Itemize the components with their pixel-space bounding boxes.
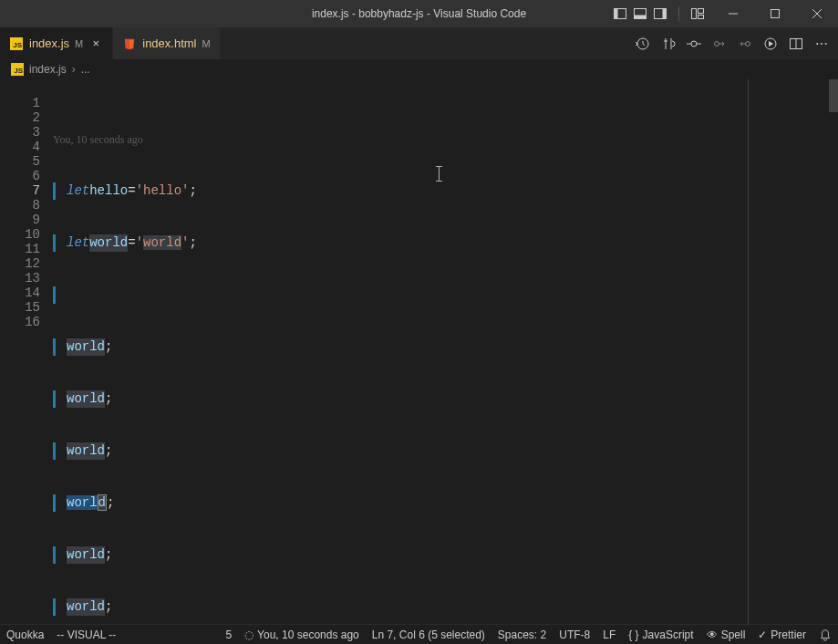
editor-ruler (748, 79, 749, 624)
svg-rect-8 (698, 16, 704, 19)
js-file-icon: JS (11, 63, 24, 76)
person-icon: ◌ (244, 628, 253, 641)
svg-rect-3 (635, 16, 647, 19)
separator (678, 6, 679, 21)
panel-bottom-icon[interactable] (633, 6, 647, 21)
breadcrumb[interactable]: JS index.js › ... (0, 59, 838, 79)
modified-indicator: M (202, 38, 211, 49)
modified-indicator: M (75, 38, 83, 49)
tab-label: index.html (142, 36, 196, 50)
svg-point-14 (691, 41, 697, 47)
editor-area: 123456 7 8910111213141516 You, 10 second… (0, 79, 838, 624)
commit-prev-icon[interactable] (736, 36, 754, 51)
chevron-right-icon: › (72, 63, 76, 76)
status-language[interactable]: { }JavaScript (622, 625, 699, 644)
svg-point-19 (746, 41, 750, 46)
text-cursor-icon (439, 166, 440, 182)
svg-rect-6 (692, 9, 697, 19)
title-bar: index.js - bobbyhadz-js - Visual Studio … (0, 0, 838, 27)
breadcrumb-file: index.js (29, 63, 67, 76)
svg-rect-7 (698, 9, 704, 14)
tab-index-js[interactable]: JS index.js M × (0, 27, 113, 59)
status-prettier[interactable]: ✓Prettier (751, 625, 812, 644)
line-number-gutter: 123456 7 8910111213141516 (0, 79, 49, 624)
status-eol[interactable]: LF (596, 625, 622, 644)
tab-label: index.js (29, 36, 69, 50)
git-blame-annotation: You, 10 seconds ago (53, 131, 827, 148)
editor[interactable]: 123456 7 8910111213141516 You, 10 second… (0, 79, 827, 624)
js-file-icon: JS (9, 36, 24, 51)
tab-index-html[interactable]: index.html M (113, 27, 220, 59)
commit-next-icon[interactable] (710, 36, 729, 51)
split-editor-icon[interactable] (787, 36, 805, 51)
maximize-button[interactable] (754, 0, 796, 27)
window-title: index.js - bobbyhadz-js - Visual Studio … (312, 7, 526, 20)
braces-icon: { } (628, 628, 638, 641)
check-icon: ✓ (758, 628, 767, 641)
breadcrumb-more: ... (81, 63, 90, 76)
minimize-button[interactable] (712, 0, 754, 27)
more-actions-icon[interactable]: ⋯ (812, 36, 831, 51)
html-file-icon (122, 36, 137, 51)
minimap[interactable] (827, 79, 838, 624)
status-bar: Quokka -- VISUAL -- 5 ◌You, 10 seconds a… (0, 624, 838, 644)
close-button[interactable] (796, 0, 838, 27)
status-git-blame[interactable]: ◌You, 10 seconds ago (238, 625, 366, 644)
eye-icon: 👁 (707, 628, 718, 641)
tab-bar: JS index.js M × index.html M ⋯ (0, 27, 838, 59)
status-indentation[interactable]: Spaces: 2 (491, 625, 553, 644)
status-notifications[interactable] (812, 625, 838, 644)
panel-left-icon[interactable] (613, 6, 627, 21)
debug-icon[interactable] (761, 36, 780, 51)
status-cursor-position[interactable]: Ln 7, Col 6 (5 selected) (366, 625, 491, 644)
svg-rect-5 (663, 9, 667, 19)
commit-icon[interactable] (685, 36, 703, 51)
customize-layout-icon[interactable] (690, 6, 705, 21)
status-vim-mode[interactable]: -- VISUAL -- (50, 625, 122, 644)
svg-rect-10 (771, 10, 780, 18)
panel-right-icon[interactable] (653, 6, 667, 21)
status-spell[interactable]: 👁Spell (700, 625, 752, 644)
bell-icon (819, 628, 832, 641)
status-problems[interactable]: 5 (219, 625, 238, 644)
status-quokka[interactable]: Quokka (0, 625, 50, 644)
svg-point-17 (715, 41, 719, 46)
minimap-slider[interactable] (829, 79, 838, 112)
compare-icon[interactable] (659, 36, 678, 51)
code-content[interactable]: You, 10 seconds ago let hello = 'hello';… (49, 79, 827, 624)
svg-rect-1 (615, 9, 618, 19)
status-encoding[interactable]: UTF-8 (553, 625, 596, 644)
close-tab-icon[interactable]: × (88, 36, 103, 51)
history-icon[interactable] (634, 36, 652, 51)
